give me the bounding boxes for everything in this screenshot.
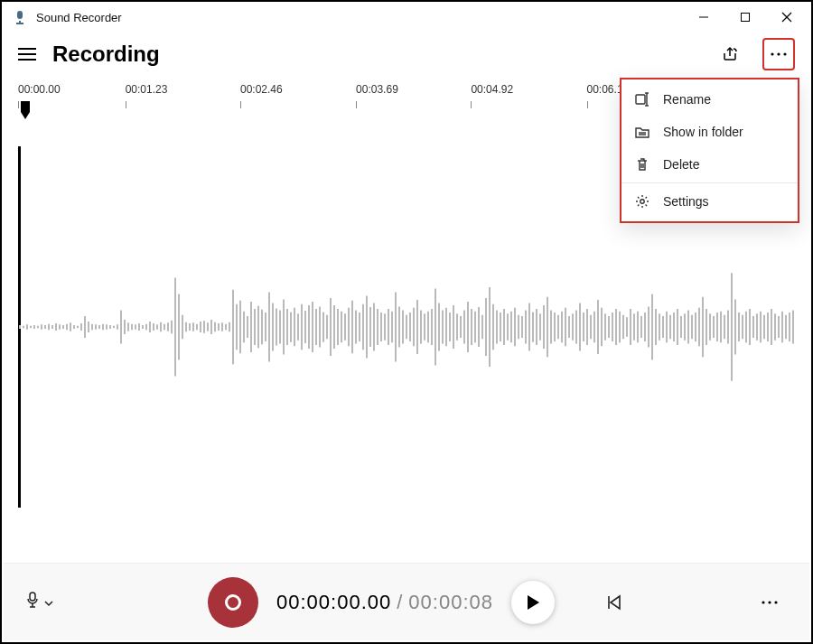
- svg-point-10: [771, 52, 773, 55]
- share-button[interactable]: [714, 38, 746, 70]
- trash-icon: [634, 157, 650, 172]
- mic-input-selector[interactable]: [25, 592, 54, 613]
- timeline-tick: 00:00.00: [18, 83, 61, 96]
- folder-icon: [634, 125, 650, 139]
- svg-point-245: [762, 601, 764, 603]
- menu-item-delete[interactable]: Delete: [621, 148, 798, 181]
- menu-item-rename[interactable]: Rename: [621, 83, 798, 116]
- time-display: 00:00:00.00 / 00:00:08: [276, 591, 493, 614]
- svg-marker-14: [21, 112, 30, 119]
- svg-rect-0: [17, 11, 23, 19]
- gear-icon: [634, 194, 650, 209]
- menu-item-label: Rename: [663, 92, 711, 107]
- waveform-icon: [18, 264, 795, 390]
- menu-item-label: Show in folder: [663, 125, 743, 139]
- page-title: Recording: [52, 42, 160, 67]
- timeline-tick: 00:02.46: [240, 83, 283, 96]
- record-icon: [225, 594, 241, 611]
- svg-point-246: [768, 601, 771, 603]
- skip-previous-button[interactable]: [600, 588, 629, 617]
- menu-item-show-in-folder[interactable]: Show in folder: [621, 116, 798, 148]
- current-time: 00:00:00.00: [276, 591, 391, 614]
- menu-separator: [621, 182, 798, 183]
- svg-point-12: [783, 52, 786, 55]
- svg-marker-244: [611, 596, 620, 609]
- time-separator: /: [397, 591, 403, 614]
- total-time: 00:00:08: [408, 591, 493, 614]
- skip-previous-icon: [606, 594, 622, 611]
- svg-rect-13: [21, 101, 30, 112]
- menu-item-label: Delete: [663, 157, 699, 172]
- title-bar: Sound Recorder: [2, 2, 811, 33]
- window-close-button[interactable]: [766, 2, 808, 33]
- svg-point-11: [777, 52, 780, 55]
- app-icon: [13, 10, 27, 24]
- record-button[interactable]: [208, 577, 258, 628]
- timeline-tick: 00:01.23: [126, 83, 168, 96]
- window-minimize-button[interactable]: [683, 2, 724, 33]
- header: Recording: [2, 33, 811, 76]
- svg-marker-242: [528, 595, 539, 610]
- app-title: Sound Recorder: [36, 11, 122, 24]
- svg-rect-2: [16, 23, 23, 24]
- mic-icon: [25, 592, 40, 613]
- play-button[interactable]: [511, 581, 555, 624]
- more-options-button[interactable]: [762, 38, 795, 70]
- rename-icon: [634, 92, 650, 107]
- timeline-tick: 00:04.92: [471, 83, 513, 96]
- window-maximize-button[interactable]: [724, 2, 766, 33]
- menu-item-label: Settings: [663, 194, 709, 209]
- svg-rect-230: [636, 95, 645, 104]
- timeline-tick: 00:03.69: [356, 83, 398, 96]
- svg-point-247: [774, 601, 777, 603]
- play-icon: [525, 593, 541, 611]
- svg-rect-4: [742, 14, 750, 22]
- menu-item-settings[interactable]: Settings: [621, 185, 798, 218]
- svg-rect-239: [30, 593, 35, 601]
- chevron-down-icon: [43, 594, 54, 611]
- player-more-button[interactable]: [752, 600, 788, 605]
- player-bar: 00:00:00.00 / 00:00:08: [4, 563, 809, 640]
- playhead-marker-icon[interactable]: [18, 101, 33, 121]
- more-options-menu: Rename Show in folder Delete Settings: [620, 78, 799, 223]
- svg-point-238: [640, 200, 644, 203]
- menu-hamburger-button[interactable]: [18, 47, 36, 61]
